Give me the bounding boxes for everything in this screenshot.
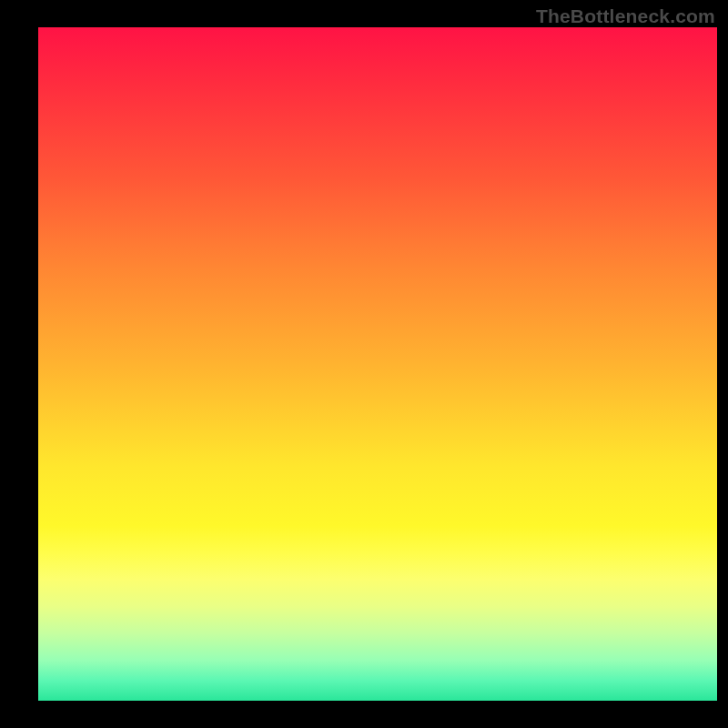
outer-frame: TheBottleneck.com	[0, 0, 728, 728]
heat-gradient	[38, 27, 717, 701]
watermark-text: TheBottleneck.com	[536, 5, 715, 27]
plot-area	[38, 27, 717, 701]
